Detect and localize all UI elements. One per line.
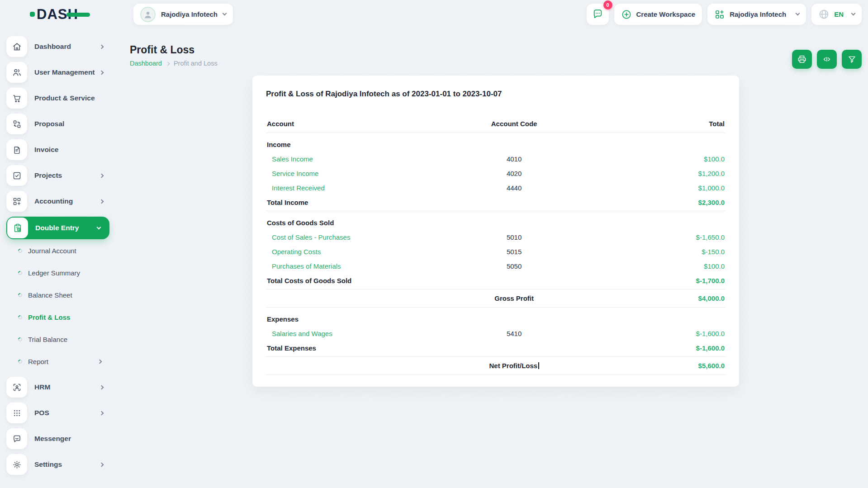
sidebar-item-accounting[interactable]: Accounting <box>6 191 118 212</box>
sidebar-item-proposal[interactable]: Proposal <box>6 114 118 134</box>
amount: $100.0 <box>579 259 726 274</box>
subitem-label: Journal Account <box>28 247 76 255</box>
account-link[interactable]: Service Income <box>266 166 450 181</box>
topbar: DAS H Rajodiya Infotech 0 Create Workspa… <box>0 0 868 29</box>
print-button[interactable] <box>792 50 812 69</box>
workspace-selector[interactable]: Rajodiya Infotech <box>707 4 806 25</box>
create-workspace-button[interactable]: Create Workspace <box>614 4 702 25</box>
amount: $4,000.0 <box>579 289 726 308</box>
sidebar-subitem-trial-balance[interactable]: Trial Balance <box>18 332 118 346</box>
bullet-icon <box>17 314 23 320</box>
account-link[interactable]: Operating Costs <box>266 245 450 259</box>
account-link[interactable]: Interest Received <box>266 181 450 195</box>
bullet-icon <box>17 336 23 342</box>
sidebar-item-settings[interactable]: Settings <box>6 454 118 475</box>
account-link[interactable]: Sales Income <box>266 152 450 166</box>
total-label: Total Expenses <box>266 341 450 357</box>
account-code: 5015 <box>450 245 578 259</box>
subitem-label: Report <box>28 358 48 365</box>
toggle-columns-button[interactable] <box>817 50 837 69</box>
invoice-icon <box>6 139 27 160</box>
net-profit-loss-row: Net Profit/Loss $5,600.0 <box>266 357 726 375</box>
sidebar-item-messenger[interactable]: Messenger <box>6 428 118 449</box>
sidebar-subitem-journal-account[interactable]: Journal Account <box>18 244 118 257</box>
account-link[interactable]: Salaries and Wages <box>266 327 450 341</box>
chevron-down-icon <box>851 11 856 16</box>
section-label: Expenses <box>266 308 450 327</box>
account-link[interactable]: Purchases of Materials <box>266 259 450 274</box>
accounting-grid-icon <box>6 191 27 212</box>
table-row: Sales Income 4010 $100.0 <box>266 152 726 166</box>
table-row: Operating Costs 5015 $-150.0 <box>266 245 726 259</box>
sidebar-item-pos[interactable]: POS <box>6 403 118 423</box>
breadcrumb: Dashboard Profit and Loss <box>130 60 218 67</box>
chevron-right-icon <box>100 70 104 75</box>
subitem-label: Ledger Summary <box>28 269 80 277</box>
gear-icon <box>6 454 27 475</box>
account-code: 5010 <box>450 230 578 245</box>
amount: $1,000.0 <box>579 181 726 195</box>
sidebar-item-invoice[interactable]: Invoice <box>6 139 118 160</box>
total-label: Total Income <box>266 195 450 211</box>
chevron-right-icon <box>100 385 104 389</box>
chat-button[interactable]: 0 <box>587 4 609 25</box>
amount: $-1,600.0 <box>579 327 726 341</box>
account-code: 4020 <box>450 166 578 181</box>
language-selector[interactable]: EN <box>811 4 862 25</box>
section-row-income: Income <box>266 133 726 152</box>
sidebar-item-projects[interactable]: Projects <box>6 165 118 186</box>
sidebar-subitem-profit-loss[interactable]: Profit & Loss <box>18 310 118 324</box>
summary-label: Net Profit/Loss <box>489 362 538 370</box>
sidebar-subitem-balance-sheet[interactable]: Balance Sheet <box>18 288 118 302</box>
bullet-icon <box>17 292 23 298</box>
sidebar-item-double-entry[interactable]: Double Entry <box>6 217 109 239</box>
amount: $-1,600.0 <box>579 341 726 357</box>
sidebar-item-product-service[interactable]: Product & Service <box>6 88 118 109</box>
chevron-down-icon <box>796 11 800 16</box>
column-header-account-code: Account Code <box>450 120 578 133</box>
app-logo[interactable]: DAS H <box>30 7 90 21</box>
sidebar-item-label: Settings <box>34 460 62 469</box>
company-name: Rajodiya Infotech <box>161 10 218 18</box>
total-cogs-row: Total Costs of Goods Sold $-1,700.0 <box>266 274 726 289</box>
bullet-icon <box>17 248 23 254</box>
users-icon <box>6 62 27 83</box>
sidebar-item-label: HRM <box>34 383 50 391</box>
sidebar-item-dashboard[interactable]: Dashboard <box>6 36 118 57</box>
profit-loss-card: Profit & Loss of Rajodiya Infotech as of… <box>252 76 739 387</box>
sidebar-subitem-report[interactable]: Report <box>18 355 118 368</box>
sidebar: Dashboard User Management Product & Serv… <box>0 29 118 488</box>
sidebar-item-label: Product & Service <box>34 94 95 102</box>
sidebar-subitem-ledger-summary[interactable]: Ledger Summary <box>18 266 118 280</box>
account-code: 5410 <box>450 327 578 341</box>
account-link[interactable]: Cost of Sales - Purchases <box>266 230 450 245</box>
bullet-icon <box>17 270 23 276</box>
logo-dot-icon <box>30 12 35 17</box>
grid-dots-icon <box>6 403 27 423</box>
table-row: Purchases of Materials 5050 $100.0 <box>266 259 726 274</box>
create-workspace-label: Create Workspace <box>636 10 696 18</box>
check-square-icon <box>6 165 27 186</box>
sidebar-item-hrm[interactable]: HRM <box>6 377 118 398</box>
total-label: Total Costs of Goods Sold <box>266 274 450 289</box>
account-code: 5050 <box>450 259 578 274</box>
sidebar-item-user-management[interactable]: User Management <box>6 62 118 83</box>
main-content: Profit & Loss Dashboard Profit and Loss … <box>118 29 868 488</box>
amount: $100.0 <box>579 152 726 166</box>
chevron-right-icon <box>100 173 104 178</box>
breadcrumb-dashboard-link[interactable]: Dashboard <box>130 60 162 67</box>
table-row: Cost of Sales - Purchases 5010 $-1,650.0 <box>266 230 726 245</box>
total-income-row: Total Income $2,300.0 <box>266 195 726 211</box>
report-title: Profit & Loss of Rajodiya Infotech as of… <box>266 90 726 99</box>
workspace-name: Rajodiya Infotech <box>730 10 786 18</box>
home-icon <box>6 36 27 57</box>
account-code: 4010 <box>450 152 578 166</box>
total-expenses-row: Total Expenses $-1,600.0 <box>266 341 726 357</box>
summary-label: Gross Profit <box>450 289 578 308</box>
sidebar-item-label: Accounting <box>34 197 73 205</box>
amount: $-1,650.0 <box>579 230 726 245</box>
company-selector[interactable]: Rajodiya Infotech <box>133 4 233 25</box>
chevron-right-icon <box>100 199 104 204</box>
filter-button[interactable] <box>842 50 862 69</box>
table-row: Interest Received 4440 $1,000.0 <box>266 181 726 195</box>
